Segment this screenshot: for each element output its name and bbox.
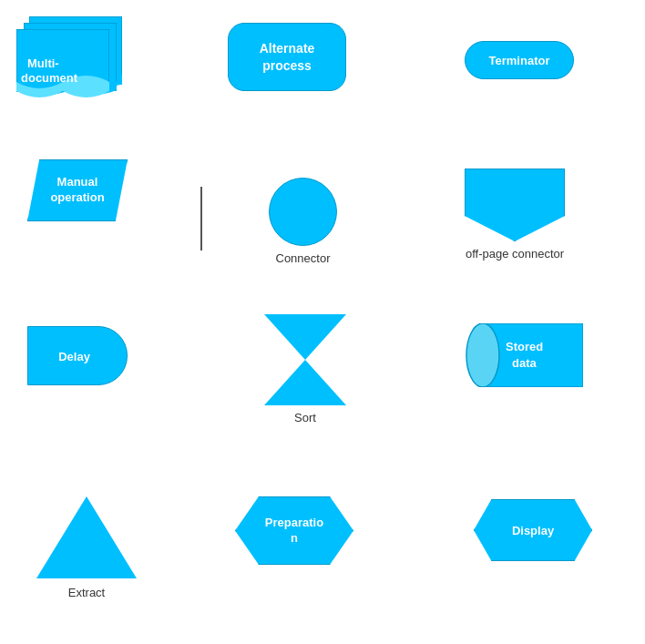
multi-document-shape: Multi- document [16, 16, 126, 98]
manual-operation-group: Manualoperation [27, 159, 128, 221]
sort-top-triangle [264, 314, 346, 360]
off-page-connector-group: off-page connector [465, 169, 565, 261]
svg-text:Stored: Stored [506, 340, 543, 353]
connector-group: Connector [269, 178, 337, 265]
preparation-shape: Preparation [235, 496, 353, 565]
vertical-line-separator [200, 187, 202, 250]
svg-text:document: document [21, 71, 78, 85]
preparation-group: Preparation [235, 496, 353, 565]
delay-label-inside: Delay [58, 349, 90, 363]
sort-group: Sort [264, 314, 346, 424]
delay-group: Delay [27, 326, 128, 391]
extract-label: Extract [36, 586, 137, 599]
delay-shape-wrapper: Delay [27, 326, 128, 385]
display-label: Display [512, 524, 554, 537]
stored-data-group: Stored data [465, 323, 583, 393]
extract-group: Extract [36, 496, 137, 599]
terminator-label: Terminator [489, 54, 550, 67]
preparation-label: Preparation [265, 516, 323, 547]
multi-document-group: Multi- document [16, 16, 126, 98]
display-shape: Display [474, 499, 592, 561]
manual-operation-shape: Manualoperation [27, 159, 128, 221]
stored-data-wrapper: Stored data [465, 323, 583, 387]
terminator-shape: Terminator [465, 41, 574, 79]
svg-text:Multi-: Multi- [27, 56, 59, 70]
off-page-connector-label: off-page connector [465, 247, 565, 261]
manual-operation-label: Manualoperation [50, 175, 104, 206]
alternate-process-label: Alternateprocess [260, 40, 315, 73]
svg-text:data: data [512, 356, 538, 370]
connector-label: Connector [269, 251, 337, 265]
connector-shape [269, 178, 337, 246]
stored-data-shape: Stored data [465, 323, 583, 387]
terminator-group: Terminator [465, 41, 574, 79]
svg-point-7 [466, 323, 499, 387]
off-page-connector-shape [465, 169, 565, 241]
sort-shape [264, 314, 346, 405]
sort-label: Sort [264, 411, 346, 424]
alternate-process-shape: Alternateprocess [228, 23, 346, 91]
diagram-container: Multi- document Alternateprocess Termina… [0, 0, 645, 644]
display-group: Display [474, 499, 592, 561]
extract-shape [36, 496, 137, 578]
sort-bottom-triangle [264, 360, 346, 405]
multi-document-page1: Multi- document [16, 29, 109, 104]
alternate-process-group: Alternateprocess [228, 23, 346, 91]
